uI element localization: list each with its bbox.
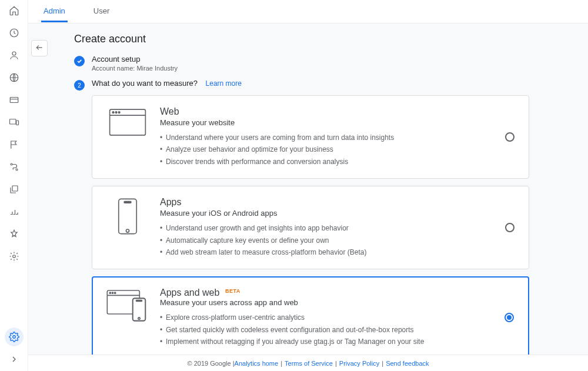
tab-user[interactable]: User (91, 1, 112, 22)
options-container: Web Measure your website Understand wher… (92, 95, 529, 359)
page-body: Create account Account setup Account nam… (28, 24, 588, 371)
svg-point-17 (126, 229, 129, 232)
step2-title: What do you want to measure? (92, 79, 198, 88)
svg-point-7 (16, 169, 18, 171)
collapse-chevron-icon[interactable] (7, 352, 21, 366)
footer-analytics-home-link[interactable]: Analytics home (235, 360, 279, 367)
path-icon[interactable] (7, 160, 21, 174)
option-apps-bullet: Add web stream later to measure cross-pl… (160, 246, 516, 258)
tab-admin[interactable]: Admin (41, 1, 68, 22)
svg-point-13 (115, 112, 117, 113)
radio-web[interactable] (505, 132, 514, 142)
svg-rect-8 (12, 186, 18, 191)
radio-apps[interactable] (505, 223, 514, 232)
svg-point-19 (109, 292, 111, 293)
option-apps[interactable]: Apps Measure your iOS or Android apps Un… (92, 186, 529, 269)
svg-point-20 (112, 292, 113, 293)
step1-subtitle: Account name: Mirae Industry (92, 65, 588, 72)
apps-icon (105, 197, 149, 236)
step2-indicator: 2 (74, 80, 85, 91)
step1-title: Account setup (92, 55, 588, 63)
svg-rect-11 (109, 109, 145, 135)
option-combo-bullet: Implement without retagging if you alrea… (160, 336, 516, 347)
top-tabs: Admin User (28, 0, 588, 24)
svg-point-1 (12, 52, 16, 55)
svg-point-9 (12, 255, 15, 258)
attribution-icon[interactable] (7, 205, 21, 219)
svg-point-14 (118, 112, 120, 113)
svg-point-21 (115, 292, 116, 293)
option-web-bullet: Analyze user behavior and optimize for y… (160, 143, 516, 155)
svg-point-6 (11, 163, 12, 165)
footer-copyright: © 2019 Google | (187, 360, 234, 367)
learn-more-link[interactable]: Learn more (206, 79, 242, 88)
clock-icon[interactable] (7, 26, 21, 40)
user-icon[interactable] (7, 48, 21, 62)
footer-feedback-link[interactable]: Send feedback (386, 360, 429, 367)
step-account-setup: Account setup Account name: Mirae Indust… (74, 55, 588, 72)
svg-point-12 (112, 112, 114, 113)
beta-badge: BETA (225, 288, 240, 294)
option-apps-title: Apps (160, 197, 516, 208)
separator: | (335, 360, 337, 367)
svg-rect-16 (124, 202, 131, 203)
option-apps-subtitle: Measure your iOS or Android apps (160, 209, 516, 218)
option-combo-subtitle: Measure your users across app and web (160, 298, 516, 307)
web-icon (105, 106, 149, 138)
footer-privacy-link[interactable]: Privacy Policy (339, 360, 379, 367)
option-apps-web[interactable]: Apps and web BETA Measure your users acr… (92, 276, 529, 359)
svg-rect-3 (10, 98, 18, 103)
svg-point-10 (12, 336, 15, 339)
separator: | (280, 360, 282, 367)
option-web-bullet: Understand where your users are coming f… (160, 132, 516, 143)
step-measure: 2 What do you want to measure? Learn mor… (74, 79, 588, 91)
option-combo-bullet: Explore cross-platform user-centric anal… (160, 312, 516, 323)
option-web[interactable]: Web Measure your website Understand wher… (92, 95, 529, 179)
option-combo-bullet: Get started quickly with codeless event … (160, 324, 516, 336)
library-icon[interactable] (7, 182, 21, 196)
main-content: Admin User Create account Account setup (28, 0, 588, 371)
footer-terms-link[interactable]: Terms of Service (285, 360, 333, 367)
apps-web-icon (105, 288, 149, 323)
option-combo-title: Apps and web (160, 288, 219, 298)
separator: | (382, 360, 383, 367)
home-icon[interactable] (7, 4, 21, 18)
card-icon[interactable] (7, 93, 21, 107)
page-title: Create account (74, 33, 588, 45)
option-apps-bullet: Automatically capture key events or defi… (160, 235, 516, 246)
option-apps-bullet: Understand user growth and get insights … (160, 222, 516, 234)
left-nav-rail (0, 0, 28, 371)
flag-icon[interactable] (7, 138, 21, 152)
option-web-title: Web (160, 106, 516, 117)
back-button[interactable] (31, 40, 48, 56)
svg-rect-4 (9, 119, 16, 124)
option-web-bullet: Discover trends with performance and con… (160, 156, 516, 168)
radio-apps-web[interactable] (505, 313, 514, 322)
svg-rect-5 (16, 121, 18, 125)
explore-icon[interactable] (7, 227, 21, 241)
check-icon (74, 56, 85, 66)
option-web-subtitle: Measure your website (160, 118, 516, 127)
footer: © 2019 Google | Analytics home | Terms o… (28, 355, 588, 371)
devices-icon[interactable] (7, 115, 21, 129)
svg-rect-15 (118, 199, 136, 234)
settings-gear-icon[interactable] (5, 327, 24, 346)
svg-rect-24 (136, 300, 142, 302)
globe-icon[interactable] (7, 71, 21, 85)
gear-icon-small[interactable] (7, 249, 21, 263)
